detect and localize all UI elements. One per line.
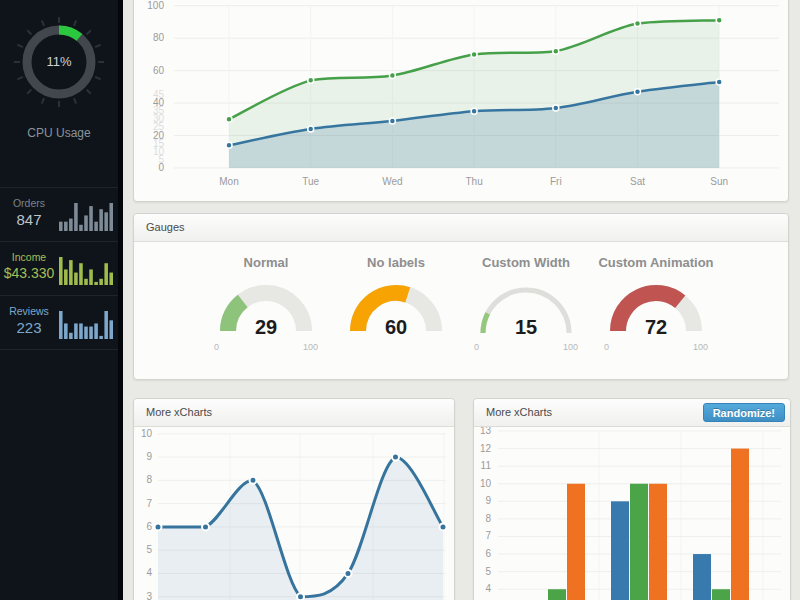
sidebar: 11% CPU Usage Orders 847 Income $43.330 … (0, 0, 123, 600)
svg-text:6: 6 (485, 548, 491, 559)
svg-text:Mon: Mon (219, 176, 238, 187)
gauge-normal-max: 100 (303, 342, 318, 353)
gauge-custom-animation-dial: 72 (601, 279, 711, 339)
svg-text:5: 5 (146, 544, 152, 555)
reviews-label: Reviews (0, 305, 58, 317)
gauge-custom-width-value: 15 (471, 316, 581, 339)
gauge-custom-width-minmax: 0 100 (474, 342, 578, 353)
cpu-usage-label: CPU Usage (0, 126, 118, 140)
more-xcharts-right-title: More xCharts (486, 406, 552, 418)
svg-text:Sun: Sun (710, 176, 728, 187)
more-xcharts-right-panel: More xCharts Randomize! 45678910111213 (473, 398, 791, 600)
svg-text:60: 60 (153, 65, 165, 76)
reviews-sparkline-icon (59, 307, 113, 339)
gauge-custom-width: Custom Width 15 0 100 (461, 255, 591, 353)
gauges-panel-title: Gauges (146, 221, 185, 233)
svg-text:7: 7 (485, 530, 491, 541)
more-xcharts-right-header: More xCharts Randomize! (474, 399, 790, 427)
gauge-custom-width-dial: 15 (471, 279, 581, 339)
stat-row-reviews: Reviews 223 (0, 295, 118, 350)
svg-text:Tue: Tue (302, 176, 319, 187)
svg-text:20: 20 (153, 130, 165, 141)
stat-row-orders: Orders 847 (0, 187, 118, 242)
svg-text:12: 12 (480, 443, 492, 454)
svg-text:0: 0 (158, 162, 164, 173)
more-xcharts-left-header: More xCharts (134, 399, 454, 427)
weekly-chart-panel: 5101525303545020406080100MonTueWedThuFri… (133, 0, 789, 202)
gauge-custom-width-min: 0 (474, 342, 479, 353)
gauge-custom-animation-min: 0 (604, 342, 609, 353)
gauge-no-labels-value: 60 (341, 316, 451, 339)
sidebar-divider (0, 349, 118, 350)
orders-sparkline-icon (59, 199, 113, 231)
gauge-custom-width-title: Custom Width (461, 255, 591, 275)
svg-text:10: 10 (141, 428, 153, 439)
orders-value: 847 (0, 211, 58, 228)
gauge-custom-animation-max: 100 (693, 342, 708, 353)
gauge-no-labels-dial: 60 (341, 279, 451, 339)
randomize-button[interactable]: Randomize! (703, 403, 785, 422)
svg-text:80: 80 (153, 32, 165, 43)
gauge-normal-minmax: 0 100 (214, 342, 318, 353)
svg-text:13: 13 (480, 427, 492, 436)
stat-row-income: Income $43.330 (0, 241, 118, 296)
svg-text:10: 10 (480, 478, 492, 489)
orders-info: Orders 847 (0, 197, 58, 228)
svg-text:Sat: Sat (630, 176, 645, 187)
gauge-custom-width-max: 100 (563, 342, 578, 353)
gauges-body: Normal 29 0 100 No labels 60 Custom Widt… (134, 242, 788, 353)
gauge-normal-min: 0 (214, 342, 219, 353)
svg-text:8: 8 (146, 474, 152, 485)
grouped-bar-chart: 45678910111213 (474, 427, 788, 600)
more-xcharts-left-panel: More xCharts 345678910 (133, 398, 455, 600)
svg-text:Wed: Wed (382, 176, 402, 187)
gauge-normal-title: Normal (201, 255, 331, 275)
gauge-normal: Normal 29 0 100 (201, 255, 331, 353)
svg-text:4: 4 (146, 567, 152, 578)
gauge-custom-animation: Custom Animation 72 0 100 (591, 255, 721, 353)
svg-text:Thu: Thu (465, 176, 482, 187)
gauge-custom-animation-value: 72 (601, 316, 711, 339)
svg-text:6: 6 (146, 521, 152, 532)
orders-label: Orders (0, 197, 58, 209)
reviews-info: Reviews 223 (0, 305, 58, 336)
svg-text:11: 11 (481, 460, 492, 471)
svg-text:Fri: Fri (550, 176, 562, 187)
svg-text:3: 3 (146, 591, 152, 600)
svg-text:100: 100 (147, 1, 164, 11)
gauge-normal-dial: 29 (211, 279, 321, 339)
gauge-custom-animation-title: Custom Animation (591, 255, 721, 275)
gauge-normal-value: 29 (211, 316, 321, 339)
gauges-panel-header: Gauges (134, 214, 788, 242)
more-xcharts-left-title: More xCharts (146, 406, 212, 418)
svg-text:5: 5 (485, 566, 491, 577)
income-info: Income $43.330 (0, 251, 58, 281)
income-label: Income (0, 251, 58, 263)
income-sparkline-icon (59, 253, 113, 285)
svg-text:8: 8 (485, 513, 491, 524)
gauge-no-labels: No labels 60 (331, 255, 461, 353)
reviews-value: 223 (0, 319, 58, 336)
svg-text:9: 9 (485, 495, 491, 506)
gauge-no-labels-minmax (344, 342, 448, 353)
svg-text:9: 9 (146, 451, 152, 462)
svg-text:7: 7 (146, 498, 152, 509)
svg-text:4: 4 (485, 583, 491, 594)
dashboard-page: { "sidebar": { "cpu": { "percent": 11, "… (0, 0, 800, 600)
gauge-no-labels-title: No labels (331, 255, 461, 275)
gauges-panel: Gauges Normal 29 0 100 No labels 60 (133, 213, 789, 380)
spline-line-chart: 345678910 (134, 427, 452, 600)
cpu-usage-value: 11% (0, 54, 118, 69)
gauge-custom-animation-minmax: 0 100 (604, 342, 708, 353)
svg-text:40: 40 (153, 97, 165, 108)
weekly-area-chart: 5101525303545020406080100MonTueWedThuFri… (134, 1, 786, 200)
income-value: $43.330 (0, 265, 58, 281)
